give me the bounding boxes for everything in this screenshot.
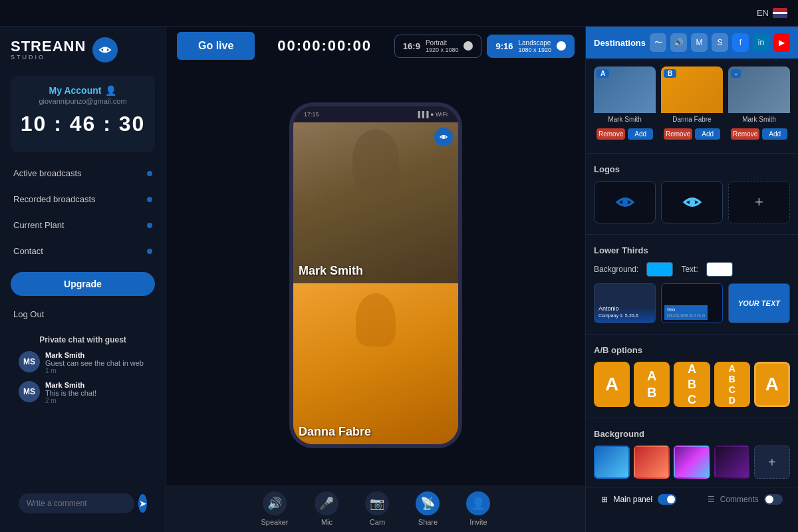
format-16-9-button[interactable]: 16:9 Portrait 1920 x 1080	[394, 35, 482, 58]
ab-option-abc[interactable]: ABC	[674, 362, 710, 407]
background-grid: +	[594, 446, 790, 479]
guest-card-b: B Danna Fabre Remove Add	[661, 66, 723, 142]
lt-text-2: Glo03-03-009 A 0 G 0	[664, 305, 708, 320]
ab-option-single-a[interactable]: A	[594, 362, 630, 407]
logos-grid: +	[594, 181, 790, 223]
bg-color-picker[interactable]	[646, 262, 673, 277]
dest-icon-s[interactable]: S	[712, 33, 728, 52]
bg-label: Background:	[594, 265, 638, 274]
ab-title: A/B options	[594, 345, 790, 355]
ab-option-abcd[interactable]: A B C D	[714, 362, 750, 407]
account-email: giovannipunzo@gmail.com	[20, 97, 146, 105]
msg-time-1: 1 m	[45, 367, 144, 374]
add-button-a[interactable]: Add	[628, 128, 653, 140]
phone-notch: 17:15 ▐▐▐ ● WiFi	[293, 106, 458, 122]
add-background-button[interactable]: +	[754, 446, 790, 479]
guest-badge-a: A	[597, 69, 609, 78]
nav-contact[interactable]: Contact	[11, 241, 155, 261]
flag-icon	[773, 8, 787, 18]
msg-name-1: Mark Smith	[45, 351, 144, 359]
format-9-16-button[interactable]: 9:16 Landscape 1080 x 1920	[487, 35, 575, 58]
comments-toggle[interactable]	[764, 494, 783, 505]
cam-icon: 📷	[365, 491, 389, 515]
go-live-button[interactable]: Go live	[177, 32, 255, 60]
invite-button[interactable]: 👤 Invite	[466, 491, 490, 526]
comments-icon: ☰	[708, 495, 715, 504]
lower-thirds-title: Lower Thirds	[594, 245, 790, 255]
nav-active-broadcasts[interactable]: Active broadcasts	[11, 163, 155, 184]
invite-icon: 👤	[466, 491, 490, 515]
contact-dot	[147, 249, 152, 254]
lower-thirds-controls: Background: Text:	[594, 262, 790, 277]
lt-text-1: AntonioCompany 1: 5-20-6	[598, 305, 638, 319]
format-buttons: 16:9 Portrait 1920 x 1080 9:16 Landscape…	[394, 35, 575, 58]
logo-text: STREANN	[11, 39, 86, 54]
speaker-icon: 🔊	[263, 491, 287, 515]
remove-button-b[interactable]: Remove	[664, 128, 692, 140]
lower-thirds-grid: AntonioCompany 1: 5-20-6 Glo03-03-009 A …	[594, 283, 790, 323]
phone-time: 17:15	[304, 111, 319, 118]
upgrade-button[interactable]: Upgrade	[11, 272, 155, 296]
lt-style-3[interactable]: YOUR TEXT	[728, 283, 790, 323]
format-landscape-size: 1080 x 1920	[518, 47, 551, 53]
active-dot	[147, 171, 152, 176]
nav-current-plant[interactable]: Current Plant	[11, 215, 155, 235]
speaker-button[interactable]: 🔊 Speaker	[261, 491, 289, 526]
msg-text-1: Guest can see the chat in web	[45, 359, 144, 367]
share-button[interactable]: 📡 Share	[416, 491, 440, 526]
chat-input[interactable]	[19, 493, 134, 513]
recorded-dot	[147, 197, 152, 202]
remove-button-a[interactable]: Remove	[597, 128, 625, 140]
streann-logo-icon	[92, 37, 118, 63]
text-label: Text:	[681, 265, 698, 274]
lt-style-1[interactable]: AntonioCompany 1: 5-20-6	[594, 283, 656, 323]
lt-style-2[interactable]: Glo03-03-009 A 0 G 0	[661, 283, 723, 323]
bg-option-purple[interactable]	[674, 446, 710, 479]
add-button-b[interactable]: Add	[695, 128, 720, 140]
guest-bottom-label: Danna Fabre	[299, 425, 371, 439]
guest-top-label: Mark Smith	[299, 264, 363, 278]
tab-comments[interactable]: ☰ Comments	[692, 487, 799, 511]
divider-1	[586, 153, 798, 154]
guest-thumb-a: A	[594, 66, 656, 113]
send-button[interactable]: ➤	[138, 494, 147, 513]
center-area: Go live 00:00:00:00 16:9 Portrait 1920 x…	[166, 27, 585, 532]
lang-selector[interactable]: EN	[757, 8, 787, 18]
add-button-c[interactable]: Add	[762, 128, 787, 140]
main-panel-toggle[interactable]	[658, 494, 676, 505]
guest-actions-c: Remove Add	[728, 126, 790, 142]
dest-icon-waves[interactable]: 〜	[650, 33, 666, 52]
nav-recorded-broadcasts[interactable]: Recorded broadcasts	[11, 189, 155, 209]
background-section: Background +	[586, 421, 798, 487]
remove-button-c[interactable]: Remove	[731, 128, 759, 140]
chat-message-2: MS Mark Smith This is the chat! 2 m	[19, 381, 147, 404]
destinations-label: Destinations	[594, 38, 646, 48]
tab-main-panel[interactable]: ⊞ Main panel	[586, 487, 692, 511]
logo-card-2[interactable]	[661, 181, 723, 223]
bg-option-blue[interactable]	[594, 446, 630, 479]
svg-point-2	[622, 200, 628, 205]
dest-icon-li[interactable]: in	[753, 33, 769, 52]
bg-option-dark[interactable]	[714, 446, 750, 479]
ab-section: A/B options A AB ABC A B C D A	[586, 337, 798, 415]
ab-option-ab[interactable]: AB	[634, 362, 670, 407]
video-top: Mark Smith	[293, 122, 458, 283]
dest-icon-audio[interactable]: 🔊	[670, 33, 687, 52]
video-bottom: Danna Fabre	[293, 283, 458, 444]
text-color-picker[interactable]	[706, 262, 733, 277]
dest-icon-yt[interactable]: ▶	[773, 33, 790, 52]
ab-options-grid: A AB ABC A B C D A	[594, 362, 790, 407]
logout-link[interactable]: Log Out	[11, 307, 155, 322]
mic-button[interactable]: 🎤 Mic	[315, 491, 338, 526]
add-logo-button[interactable]: +	[728, 181, 790, 223]
logo-card-1[interactable]	[594, 181, 656, 223]
bg-option-red[interactable]	[634, 446, 670, 479]
divider-3	[586, 334, 798, 334]
logo-studio: STUDIO	[11, 54, 45, 61]
cam-button[interactable]: 📷 Cam	[365, 491, 389, 526]
lower-thirds-section: Lower Thirds Background: Text: AntonioCo…	[586, 237, 798, 331]
account-title[interactable]: My Account 👤	[20, 85, 146, 96]
ab-option-a-only[interactable]: A	[754, 362, 790, 407]
dest-icon-mls[interactable]: M	[691, 33, 708, 52]
dest-icon-fb[interactable]: f	[732, 33, 749, 52]
